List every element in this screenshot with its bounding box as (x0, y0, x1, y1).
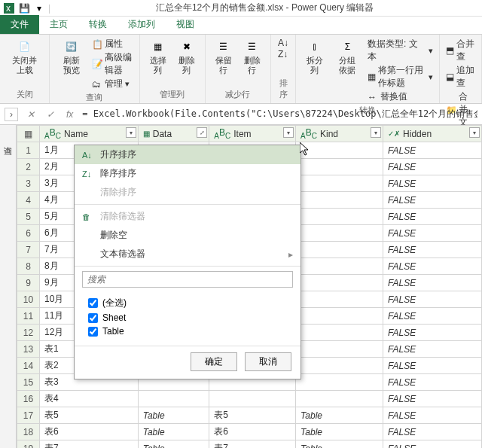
keep-rows-button[interactable]: ☰保留 行 (212, 38, 236, 77)
row-number[interactable]: 7 (17, 242, 40, 258)
cell-kind[interactable] (296, 275, 383, 291)
filter-dropdown-hidden[interactable]: ▾ (469, 127, 480, 138)
properties-button[interactable]: 📋属性 (92, 38, 123, 50)
cell-kind[interactable] (296, 142, 383, 159)
cell-hidden[interactable]: FALSE (383, 275, 482, 291)
cell-hidden[interactable]: FALSE (383, 358, 482, 374)
col-header-kind[interactable]: ABCKind▾ (296, 126, 383, 142)
table-row[interactable]: 17 表5 Table 表5 Table FALSE (17, 407, 482, 424)
cell-item[interactable]: 表7 (209, 440, 296, 448)
refresh-button[interactable]: 🔄刷新 预览 (56, 38, 87, 77)
row-number[interactable]: 18 (17, 424, 40, 440)
sort-desc-item[interactable]: Z↓降序排序 (75, 164, 300, 183)
cell-hidden[interactable]: FALSE (383, 440, 482, 448)
col-header-name[interactable]: ABCName▾ (40, 126, 139, 142)
save-icon[interactable]: 💾 (18, 2, 30, 14)
corner-cell[interactable]: ▦ (17, 126, 40, 142)
tab-file[interactable]: 文件 (0, 15, 39, 34)
sort-desc-button[interactable]: Z↓ (278, 49, 288, 59)
tab-addcolumn[interactable]: 添加列 (117, 15, 166, 34)
cancel-button[interactable]: 取消 (245, 352, 291, 371)
cell-hidden[interactable]: FALSE (383, 308, 482, 325)
row-number[interactable]: 3 (17, 175, 40, 192)
sort-asc-item[interactable]: A↓升序排序 (75, 145, 300, 164)
cell-kind[interactable] (296, 325, 383, 341)
append-queries-button[interactable]: ⬓追加查 (446, 64, 475, 90)
cell-hidden[interactable]: FALSE (383, 325, 482, 341)
cell-data[interactable] (138, 391, 209, 407)
filter-dropdown-name[interactable]: ▾ (126, 127, 136, 138)
cell-hidden[interactable]: FALSE (383, 291, 482, 308)
group-by-button[interactable]: Σ分组 依据 (332, 38, 363, 77)
row-number[interactable]: 2 (17, 159, 40, 175)
cell-kind[interactable] (296, 225, 383, 242)
cell-kind[interactable] (296, 308, 383, 325)
choose-columns-button[interactable]: ▦选择 列 (146, 38, 170, 77)
cell-hidden[interactable]: FALSE (383, 209, 482, 225)
cell-data[interactable]: Table (138, 440, 209, 448)
row-number[interactable]: 13 (17, 341, 40, 358)
cell-name[interactable]: 表6 (40, 424, 139, 440)
cell-hidden[interactable]: FALSE (383, 225, 482, 242)
check-select-all[interactable]: (全选) (88, 295, 287, 311)
table-row[interactable]: 18 表6 Table 表6 Table FALSE (17, 424, 482, 440)
row-number[interactable]: 10 (17, 291, 40, 308)
cell-kind[interactable]: Table (296, 424, 383, 440)
col-header-data[interactable]: ▦Data⤢ (138, 126, 209, 142)
row-number[interactable]: 14 (17, 358, 40, 374)
cell-kind[interactable] (296, 258, 383, 275)
cell-item[interactable]: 表6 (209, 424, 296, 440)
cell-kind[interactable] (296, 242, 383, 258)
cell-kind[interactable] (296, 175, 383, 192)
row-number[interactable]: 1 (17, 142, 40, 159)
table-row[interactable]: 19 表7 Table 表7 Table FALSE (17, 440, 482, 448)
manage-button[interactable]: 🗂管理 ▾ (92, 78, 130, 90)
cell-kind[interactable]: Table (296, 440, 383, 448)
col-header-item[interactable]: ABCItem▾ (209, 126, 296, 142)
cell-kind[interactable] (296, 391, 383, 407)
row-number[interactable]: 16 (17, 391, 40, 407)
row-number[interactable]: 5 (17, 209, 40, 225)
col-header-hidden[interactable]: ✓✗Hidden▾ (383, 126, 482, 142)
tab-view[interactable]: 视图 (166, 15, 205, 34)
cell-kind[interactable]: Table (296, 407, 383, 424)
remove-empty-item[interactable]: 删除空 (75, 226, 300, 245)
sort-asc-button[interactable]: A↓ (278, 38, 288, 48)
filter-dropdown-item[interactable]: ▾ (283, 127, 294, 138)
cell-kind[interactable] (296, 358, 383, 374)
cell-kind[interactable] (296, 374, 383, 391)
row-number[interactable]: 4 (17, 192, 40, 209)
row-number[interactable]: 12 (17, 325, 40, 341)
formula-input[interactable]: = Excel.Workbook(File.Contents("C:\Users… (82, 108, 477, 120)
row-number[interactable]: 17 (17, 407, 40, 424)
check-table[interactable]: Table (88, 325, 287, 338)
row-number[interactable]: 15 (17, 374, 40, 391)
cell-hidden[interactable]: FALSE (383, 407, 482, 424)
fx-icon[interactable]: fx (63, 109, 76, 120)
cell-hidden[interactable]: FALSE (383, 242, 482, 258)
cell-hidden[interactable]: FALSE (383, 424, 482, 440)
cell-item[interactable]: 表5 (209, 407, 296, 424)
first-row-header-button[interactable]: ▦将第一行用作标题 ▾ (368, 64, 432, 90)
remove-columns-button[interactable]: ✖删除 列 (175, 38, 199, 77)
data-type-button[interactable]: 数据类型: 文本 ▾ (368, 38, 432, 63)
cell-kind[interactable] (296, 209, 383, 225)
cell-data[interactable]: Table (138, 407, 209, 424)
cell-kind[interactable] (296, 291, 383, 308)
qat-dropdown-icon[interactable]: ▾ (33, 2, 45, 14)
tab-home[interactable]: 主页 (39, 15, 78, 34)
row-number[interactable]: 19 (17, 440, 40, 448)
queries-pane-handle[interactable]: 查询 (0, 125, 17, 448)
merge-queries-button[interactable]: ⬒合并查 (446, 38, 475, 63)
cell-hidden[interactable]: FALSE (383, 258, 482, 275)
cell-kind[interactable] (296, 159, 383, 175)
remove-rows-button[interactable]: ☰删除 行 (240, 38, 264, 77)
cell-name[interactable]: 表7 (40, 440, 139, 448)
table-row[interactable]: 16 表4 FALSE (17, 391, 482, 407)
expand-queries-button[interactable]: › (5, 108, 18, 121)
row-number[interactable]: 11 (17, 308, 40, 325)
cell-name[interactable]: 表5 (40, 407, 139, 424)
cell-hidden[interactable]: FALSE (383, 192, 482, 209)
cell-hidden[interactable]: FALSE (383, 341, 482, 358)
replace-values-button[interactable]: ↔替换值 (368, 90, 407, 103)
